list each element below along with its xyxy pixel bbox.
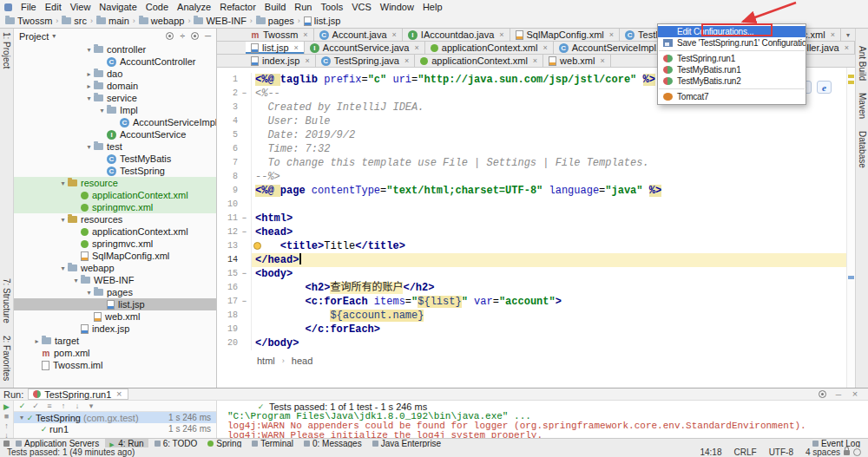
tab-close-icon[interactable]: × (600, 56, 604, 65)
menu-item-save-testspring-run1-configuration[interactable]: Save 'TestSpring.run1' Configuration (658, 37, 806, 49)
stripe-tab-maven[interactable]: Maven (858, 93, 867, 119)
settings-gear-icon[interactable] (191, 32, 199, 40)
stripe-tab-database[interactable]: Database (858, 131, 867, 168)
fold-marker-icon[interactable]: − (238, 87, 252, 101)
tree-item-web-inf[interactable]: ▾WEB-INF (14, 274, 216, 286)
menu-item-tomcat7[interactable]: Tomcat7 (658, 91, 806, 102)
toolwindow-button-terminal[interactable]: Terminal (247, 439, 298, 448)
tree-item-testmybatis[interactable]: TestMyBatis (14, 153, 216, 165)
menu-window[interactable]: Window (376, 0, 418, 14)
code-editor[interactable]: 1<%@ taglib prefix="c" uri="http://java.… (217, 68, 846, 356)
menu-file[interactable]: File (16, 0, 41, 14)
previous-occurrence-icon[interactable] (3, 421, 11, 430)
tab-close-icon[interactable]: × (294, 43, 299, 52)
fold-marker-icon[interactable]: − (238, 225, 252, 239)
editor-tab-accountservice-java[interactable]: AccountService.java× (305, 42, 425, 54)
stripe-tab-2-favorites[interactable]: 2: Favorites (2, 336, 11, 381)
editor-tab-applicationcontext-xml[interactable]: applicationContext.xml× (415, 55, 543, 67)
next-failed-test-icon[interactable] (73, 402, 82, 410)
tree-item-pom-xml[interactable]: pom.xml (14, 347, 216, 359)
locate-file-icon[interactable] (166, 32, 174, 40)
code-line-13[interactable]: 13 <title>Title</title> (217, 239, 846, 253)
code-line-17[interactable]: 17− <c:forEach items="${list}" var="acco… (217, 295, 846, 309)
expanded-arrow-icon[interactable]: ▾ (97, 107, 107, 114)
tree-item-resource[interactable]: ▾resource (14, 177, 216, 189)
tree-item-applicationcontext-xml[interactable]: applicationContext.xml (14, 225, 216, 238)
editor-tab-sqlmapconfig-xml[interactable]: SqlMapConfig.xml× (510, 29, 621, 41)
editor-tab-applicationcontext-xml[interactable]: applicationContext.xml× (425, 42, 554, 54)
tree-item-webapp[interactable]: ▾webapp (14, 262, 216, 274)
editor-tab-list-jsp[interactable]: list.jsp× (246, 42, 305, 54)
code-line-15[interactable]: 15−<body> (217, 267, 846, 281)
breadcrumb-item-main[interactable]: main (96, 16, 129, 26)
stripe-tab-1-project[interactable]: 1: Project (2, 32, 11, 69)
menu-run[interactable]: Run (290, 0, 316, 14)
console-output[interactable]: "C:\Program Files\Java\jdk1.8.0_192\bin\… (217, 412, 868, 438)
menu-item-testspring-run1[interactable]: TestSpring.run1 (658, 53, 806, 64)
fold-marker-icon[interactable]: − (238, 267, 252, 281)
menu-code[interactable]: Code (141, 0, 173, 14)
tab-close-icon[interactable]: × (542, 43, 547, 52)
expanded-arrow-icon[interactable]: ▾ (58, 180, 68, 187)
breadcrumb-item-list-jsp[interactable]: list.jsp (304, 16, 341, 26)
tab-close-icon[interactable]: × (533, 56, 537, 65)
editor-breadcrumb-html[interactable]: html (257, 356, 275, 366)
close-panel-icon[interactable] (851, 389, 859, 399)
code-line-8[interactable]: 8--%> (217, 170, 846, 184)
toolwindow-button-application-servers[interactable]: Application Servers (11, 439, 103, 448)
menu-analyze[interactable]: Analyze (173, 0, 215, 14)
tree-item-resources[interactable]: ▾resources (14, 213, 216, 225)
tree-item-domain[interactable]: ▸domain (14, 80, 216, 92)
fold-marker-icon[interactable]: − (238, 212, 252, 225)
toolwindow-button-4-run[interactable]: 4: Run (105, 439, 148, 448)
menu-navigate[interactable]: Navigate (95, 0, 141, 14)
expanded-arrow-icon[interactable]: ▾ (84, 95, 94, 102)
breadcrumb-item-web-inf[interactable]: WEB-INF (194, 16, 246, 26)
code-line-9[interactable]: 9<%@ page contentType="text/html;charset… (217, 184, 846, 198)
menu-refactor[interactable]: Refactor (215, 0, 260, 14)
expanded-arrow-icon[interactable]: ▾ (17, 414, 26, 421)
status-widget-4-spaces[interactable]: 4 spaces (806, 447, 840, 457)
toolwindow-button-event-log[interactable]: Event Log (808, 439, 865, 448)
intention-bulb-icon[interactable] (253, 242, 261, 250)
tab-close-icon[interactable]: × (831, 30, 835, 39)
tree-item-springmvc-xml[interactable]: springmvc.xml (14, 201, 216, 213)
warning-stripe-mark[interactable] (848, 75, 854, 78)
toolwindow-quick-access-icon[interactable] (3, 441, 10, 447)
code-line-18[interactable]: 18 ${account.name} (217, 309, 846, 323)
code-line-10[interactable]: 10 (217, 198, 846, 212)
breadcrumb-item-pages[interactable]: pages (256, 16, 294, 26)
editor-tab-index-jsp[interactable]: index.jsp× (246, 55, 316, 67)
editor-tab-account-java[interactable]: Account.java× (314, 29, 403, 41)
tree-item-twossm-iml[interactable]: Twossm.iml (14, 359, 216, 371)
tree-item-pages[interactable]: ▾pages (14, 286, 216, 298)
tree-item-controller[interactable]: ▾controller (14, 43, 216, 55)
expanded-arrow-icon[interactable]: ▾ (84, 143, 94, 151)
tree-item-testspring[interactable]: TestSpring (14, 165, 216, 177)
editor-tab-testspring-java[interactable]: TestSpring.java× (316, 55, 415, 67)
tree-item-accountservice[interactable]: AccountService (14, 128, 216, 140)
editor-breadcrumb-head[interactable]: head (292, 356, 312, 366)
caret-stripe-mark[interactable] (848, 276, 854, 279)
tree-item-accountcontroller[interactable]: AccountController (14, 55, 216, 68)
status-widget-utf-8[interactable]: UTF-8 (769, 447, 793, 457)
tab-list-icon[interactable]: ▾ (841, 31, 855, 39)
tree-item-applicationcontext-xml[interactable]: applicationContext.xml (14, 189, 216, 201)
lock-icon[interactable] (844, 450, 850, 455)
breadcrumb-item-src[interactable]: src (62, 16, 87, 26)
show-passed-icon[interactable] (18, 402, 26, 410)
stripe-tab-7-structure[interactable]: 7: Structure (2, 278, 11, 323)
status-widget-crlf[interactable]: CRLF (734, 447, 757, 457)
menu-build[interactable]: Build (260, 0, 290, 14)
expanded-arrow-icon[interactable]: ▾ (84, 46, 94, 54)
hide-panel-icon[interactable] (834, 390, 843, 399)
warning-stripe-mark[interactable] (848, 81, 854, 84)
stripe-tab-ant-build[interactable]: Ant Build (858, 46, 867, 81)
menu-item-testmybatis-run2[interactable]: TestMyBatis.run2 (658, 75, 806, 87)
tree-item-index-jsp[interactable]: index.jsp (14, 323, 216, 335)
toolwindow-button-java-enterprise[interactable]: Java Enterprise (368, 439, 445, 448)
hide-panel-icon[interactable]: ─ (205, 32, 211, 41)
tree-item-test[interactable]: ▾test (14, 140, 216, 153)
code-line-6[interactable]: 6 Time: 7:32 (217, 142, 846, 156)
tree-item-impl[interactable]: ▾Impl (14, 104, 216, 116)
